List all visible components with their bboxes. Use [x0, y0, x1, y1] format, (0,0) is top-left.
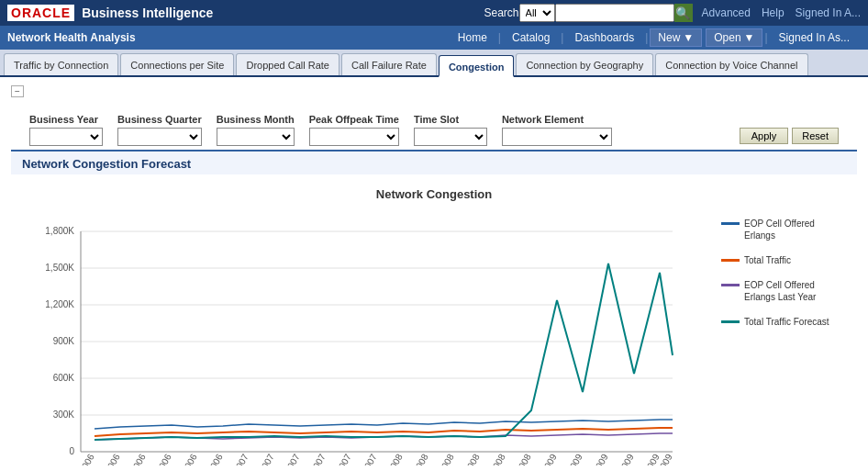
new-button[interactable]: New ▼: [650, 28, 702, 47]
network-element-label: Network Element: [502, 114, 612, 125]
filter-row: Business Year Business Quarter Business …: [11, 105, 857, 150]
legend-item-eop: EOP Cell Offered Erlangs: [721, 218, 840, 241]
bi-title: Business Intelligence: [82, 6, 213, 20]
signed-in-link[interactable]: Signed In A...: [796, 6, 861, 19]
business-quarter-select[interactable]: [117, 128, 202, 146]
svg-text:Jan 2008: Jan 2008: [377, 452, 405, 465]
svg-text:Sep 2006: Sep 2006: [171, 452, 199, 465]
svg-text:1,200K: 1,200K: [45, 299, 74, 309]
tab-dropped[interactable]: Dropped Call Rate: [236, 53, 339, 75]
legend-label-eop: EOP Cell Offered Erlangs: [744, 218, 840, 241]
svg-text:Jul 2009: Jul 2009: [609, 452, 636, 465]
business-year-filter: Business Year: [29, 114, 103, 146]
tab-traffic[interactable]: Traffic by Connection: [4, 53, 118, 75]
network-element-filter: Network Element: [502, 114, 612, 146]
svg-text:May 2008: May 2008: [427, 452, 456, 465]
svg-text:1,800K: 1,800K: [45, 226, 74, 236]
svg-text:Nov 2006: Nov 2006: [196, 452, 225, 465]
chart-svg: 0 300K 600K 900K 1,200K 1,500K 1,800K: [28, 208, 712, 465]
svg-text:Jul 2008: Jul 2008: [455, 452, 482, 465]
legend-item-eop-last: EOP Cell Offered Erlangs Last Year: [721, 279, 840, 303]
legend-color-forecast: [721, 320, 740, 323]
search-label: Search: [484, 6, 519, 19]
svg-text:Nov 2007: Nov 2007: [351, 452, 379, 465]
business-quarter-filter: Business Quarter: [117, 114, 202, 146]
tab-geography[interactable]: Connection by Geography: [516, 53, 653, 75]
signed-in-nav-link[interactable]: Signed In As...: [768, 26, 861, 50]
chart-title: Network Congestion: [28, 187, 840, 201]
svg-text:300K: 300K: [53, 409, 75, 420]
svg-text:Jul 2007: Jul 2007: [301, 452, 328, 465]
svg-text:Sep 2008: Sep 2008: [479, 452, 507, 465]
network-element-select[interactable]: [502, 128, 612, 146]
svg-text:900K: 900K: [53, 336, 75, 346]
legend-label-forecast: Total Traffic Forecast: [744, 316, 829, 328]
reset-button[interactable]: Reset: [792, 128, 839, 144]
svg-text:Sep 2007: Sep 2007: [325, 452, 353, 465]
svg-text:0: 0: [69, 446, 74, 456]
search-button[interactable]: 🔍: [674, 4, 693, 22]
svg-text:May 2007: May 2007: [273, 452, 302, 465]
open-button[interactable]: Open ▼: [706, 28, 762, 47]
legend-color-eop: [721, 222, 740, 225]
chart-area: 0 300K 600K 900K 1,200K 1,500K 1,800K: [28, 208, 712, 471]
svg-text:Jan 2007: Jan 2007: [223, 452, 250, 465]
svg-text:May 2006: May 2006: [118, 452, 148, 465]
legend-item-forecast: Total Traffic Forecast: [721, 316, 840, 328]
chart-legend: EOP Cell Offered Erlangs Total Traffic E…: [721, 208, 840, 471]
home-link[interactable]: Home: [447, 26, 498, 50]
peak-offpeak-label: Peak Offpeak Time: [309, 114, 399, 125]
search-input[interactable]: [555, 4, 674, 22]
tab-failure[interactable]: Call Failure Rate: [341, 53, 437, 75]
chart-container: Network Congestion 0 300K 600K 900K 1,20…: [18, 178, 850, 471]
collapse-button[interactable]: −: [11, 85, 24, 97]
svg-text:600K: 600K: [53, 373, 75, 383]
tab-congestion[interactable]: Congestion: [439, 55, 515, 77]
business-year-select[interactable]: [29, 128, 103, 146]
tab-connections[interactable]: Connections per Site: [120, 53, 234, 75]
tab-voice[interactable]: Connection by Voice Channel: [655, 53, 807, 75]
catalog-link[interactable]: Catalog: [501, 26, 561, 50]
svg-text:Mar 2008: Mar 2008: [402, 452, 430, 465]
section-title: Network Congestion Forecast: [11, 150, 857, 174]
svg-text:Sep 2009: Sep 2009: [633, 452, 662, 465]
apply-button[interactable]: Apply: [740, 128, 789, 144]
svg-text:Nov 2008: Nov 2008: [505, 452, 533, 465]
business-quarter-label: Business Quarter: [117, 114, 202, 125]
peak-offpeak-filter: Peak Offpeak Time: [309, 114, 399, 146]
business-year-label: Business Year: [29, 114, 103, 125]
svg-text:Mar 2007: Mar 2007: [248, 452, 276, 465]
svg-text:Jan 2009: Jan 2009: [531, 452, 559, 465]
time-slot-select[interactable]: [414, 128, 487, 146]
svg-text:Mar 2009: Mar 2009: [556, 452, 584, 465]
legend-label-traffic: Total Traffic: [744, 254, 791, 266]
legend-color-traffic: [721, 259, 740, 262]
business-month-filter: Business Month: [217, 114, 295, 146]
search-scope-select[interactable]: All: [519, 4, 555, 22]
dashboards-link[interactable]: Dashboards: [563, 26, 645, 50]
business-month-label: Business Month: [217, 114, 295, 125]
advanced-link[interactable]: Advanced: [702, 6, 751, 19]
time-slot-label: Time Slot: [414, 114, 487, 125]
business-month-select[interactable]: [217, 128, 295, 146]
svg-text:1,500K: 1,500K: [45, 263, 74, 273]
tab-bar: Traffic by Connection Connections per Si…: [0, 50, 868, 77]
nav-title: Network Health Analysis: [7, 31, 136, 44]
oracle-logo: ORACLE: [7, 5, 74, 21]
svg-text:Jul 2006: Jul 2006: [147, 452, 173, 465]
legend-item-traffic: Total Traffic: [721, 254, 840, 266]
svg-text:May 2009: May 2009: [581, 452, 610, 465]
help-link[interactable]: Help: [762, 6, 785, 19]
legend-color-eop-last: [721, 284, 740, 286]
peak-offpeak-select[interactable]: [309, 128, 399, 146]
svg-text:Mar 2006: Mar 2006: [94, 452, 122, 465]
chart-wrapper: 0 300K 600K 900K 1,200K 1,500K 1,800K: [28, 208, 840, 471]
filter-buttons: Apply Reset: [740, 128, 839, 146]
time-slot-filter: Time Slot: [414, 114, 487, 146]
legend-label-eop-last: EOP Cell Offered Erlangs Last Year: [744, 279, 840, 303]
